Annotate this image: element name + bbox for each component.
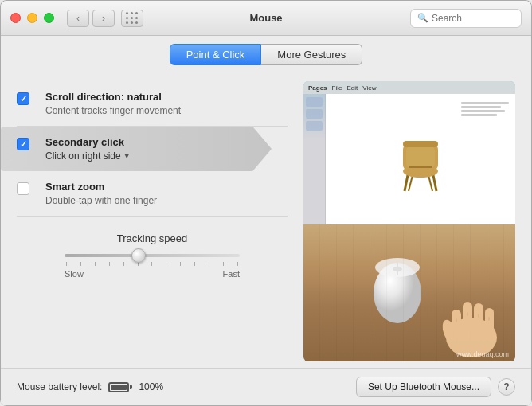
main-content: Scroll direction: natural Content tracks… (1, 72, 531, 361)
smart-zoom-item: Smart zoom Double-tap with one finger (17, 171, 288, 217)
secondary-click-checkbox[interactable] (17, 138, 29, 150)
nav-buttons: ‹ › (67, 10, 115, 27)
tracking-speed-slider[interactable] (131, 248, 146, 263)
mouse-photo: www.deuaq.com (303, 224, 515, 361)
battery-body (108, 382, 129, 392)
maximize-button[interactable] (44, 13, 54, 23)
secondary-checkbox-area (17, 136, 45, 150)
tracking-section: Tracking speed (17, 217, 288, 287)
svg-rect-16 (474, 303, 483, 342)
slider-track (65, 254, 240, 257)
bottom-right: Set Up Bluetooth Mouse... ? (356, 377, 515, 397)
window-title: Mouse (249, 12, 282, 24)
mac-main-content (326, 94, 515, 224)
minimize-button[interactable] (27, 13, 37, 23)
apps-grid-button[interactable] (121, 10, 143, 27)
mac-menu-file: File (332, 84, 342, 92)
secondary-click-title: Secondary click (45, 136, 272, 148)
smart-zoom-text: Smart zoom Double-tap with one finger (45, 181, 288, 206)
svg-rect-6 (406, 146, 435, 168)
mac-menu-pages: Pages (308, 84, 327, 92)
sidebar-thumb-3 (306, 121, 323, 131)
sidebar-thumb-1 (306, 97, 323, 107)
scroll-direction-text: Scroll direction: natural Content tracks… (45, 91, 288, 116)
slider-container: Slow Fast (65, 254, 240, 279)
svg-line-2 (409, 175, 413, 191)
mac-content (303, 94, 515, 224)
mac-text-lines (461, 102, 509, 116)
scroll-direction-item: Scroll direction: natural Content tracks… (17, 81, 288, 127)
dropdown-arrow-icon: ▼ (123, 152, 131, 160)
mac-menubar: Pages File Edit View (303, 81, 515, 94)
battery-icon (108, 382, 132, 392)
mac-menu-view: View (362, 84, 376, 92)
traffic-lights (10, 13, 54, 23)
svg-rect-15 (463, 302, 472, 342)
close-button[interactable] (10, 13, 21, 23)
secondary-click-item: Secondary click Click on right side ▼ (1, 127, 272, 171)
scroll-direction-title: Scroll direction: natural (45, 91, 288, 103)
smart-zoom-desc: Double-tap with one finger (45, 195, 288, 206)
bluetooth-button[interactable]: Set Up Bluetooth Mouse... (356, 377, 491, 397)
scroll-checkbox-area (17, 91, 45, 105)
tracking-label: Tracking speed (117, 232, 187, 244)
smart-zoom-title: Smart zoom (45, 181, 288, 193)
bottom-bar: Mouse battery level: 100% Set Up Bluetoo… (1, 368, 531, 405)
window: ‹ › Mouse 🔍 Point & Click More Gestures (0, 0, 532, 406)
mac-screen: Pages File Edit View (303, 81, 515, 224)
tabs-bar: Point & Click More Gestures (1, 36, 531, 72)
fast-label: Fast (223, 269, 240, 279)
forward-button[interactable]: › (92, 10, 115, 27)
battery-label: Mouse battery level: (17, 381, 102, 392)
image-panel: Pages File Edit View (303, 81, 515, 361)
mac-menu-edit: Edit (346, 84, 358, 92)
svg-rect-7 (403, 141, 438, 147)
svg-line-3 (428, 175, 432, 191)
settings-panel: Scroll direction: natural Content tracks… (17, 81, 288, 361)
chair-icon (389, 123, 452, 195)
battery-percent: 100% (139, 381, 163, 392)
smart-zoom-checkbox[interactable] (17, 182, 29, 195)
tab-point-click[interactable]: Point & Click (170, 44, 262, 65)
battery-section: Mouse battery level: 100% (17, 381, 163, 392)
slow-label: Slow (65, 269, 84, 279)
smart-zoom-checkbox-area (17, 181, 45, 195)
mac-sidebar (303, 94, 326, 224)
scroll-direction-checkbox[interactable] (17, 92, 29, 105)
battery-tip (130, 385, 132, 389)
battery-fill (111, 385, 127, 390)
svg-point-12 (393, 267, 402, 271)
search-box[interactable]: 🔍 (410, 9, 522, 28)
secondary-click-dropdown-row: Click on right side ▼ (45, 150, 272, 162)
titlebar: ‹ › Mouse 🔍 (1, 1, 531, 36)
secondary-click-text: Secondary click Click on right side ▼ (45, 136, 272, 162)
scroll-direction-desc: Content tracks finger movement (45, 105, 288, 116)
search-icon: 🔍 (417, 13, 428, 23)
magic-mouse-icon (354, 245, 449, 325)
secondary-click-dropdown[interactable]: Click on right side ▼ (45, 150, 131, 162)
slider-ticks (65, 262, 240, 266)
help-button[interactable]: ? (498, 378, 515, 396)
hand-icon (436, 278, 507, 357)
watermark: www.deuaq.com (456, 350, 509, 358)
search-input[interactable] (432, 13, 514, 24)
back-button[interactable]: ‹ (67, 10, 89, 27)
mac-screenshot: Pages File Edit View (303, 81, 515, 224)
tab-more-gestures[interactable]: More Gestures (261, 44, 362, 65)
sidebar-thumb-2 (306, 109, 323, 119)
svg-rect-17 (485, 308, 494, 343)
slider-labels: Slow Fast (65, 269, 240, 279)
dropdown-label: Click on right side (45, 150, 121, 162)
